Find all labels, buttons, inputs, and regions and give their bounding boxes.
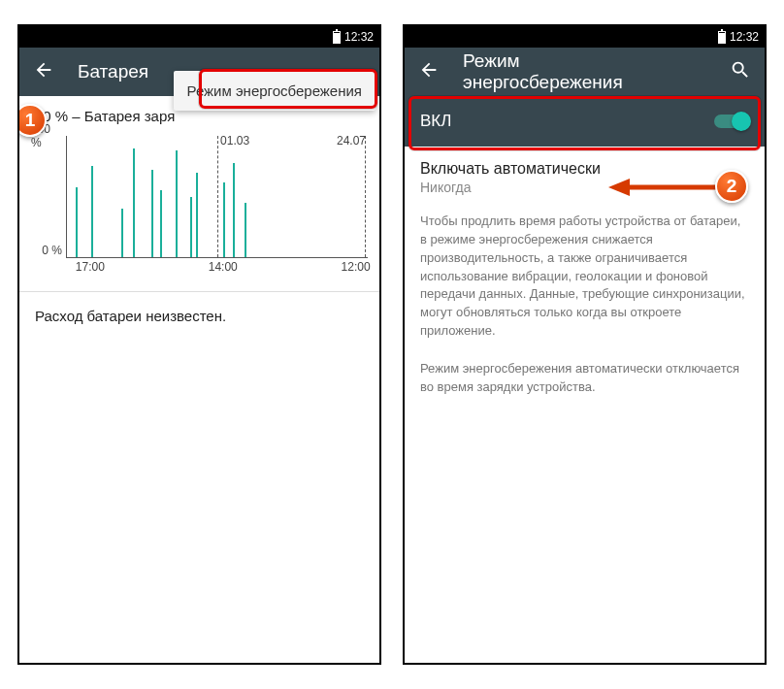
- chart-bar: [176, 150, 178, 257]
- chart-bar: [133, 148, 135, 258]
- status-time: 12:32: [730, 30, 759, 44]
- chart-bar: [190, 197, 192, 258]
- battery-saver-toggle-row[interactable]: ВКЛ: [405, 96, 765, 147]
- toggle-label: ВКЛ: [420, 112, 451, 131]
- chart-top-label-1: 01.03: [220, 134, 249, 148]
- chart-top-label-2: 24.07: [337, 134, 366, 148]
- x-label-1: 17:00: [76, 260, 105, 274]
- battery-icon: [718, 31, 726, 44]
- back-icon[interactable]: [33, 59, 54, 84]
- chart-bar: [233, 163, 235, 258]
- svg-marker-1: [608, 179, 630, 196]
- chart-bar: [245, 203, 246, 257]
- callout-badge-2: 2: [715, 170, 748, 203]
- page-title: Батарея: [78, 61, 148, 82]
- menu-battery-saver[interactable]: Режим энергосбережения: [174, 71, 376, 111]
- app-bar: Режим энергосбережения: [405, 48, 765, 96]
- chart-bar: [223, 182, 225, 258]
- menu-item-label: Режим энергосбережения: [187, 82, 362, 99]
- battery-icon: [333, 31, 341, 44]
- battery-chart: 100 % 0 % 01.03 24.07 17:00 14:00 12:00: [31, 132, 368, 278]
- chart-bar: [196, 173, 198, 258]
- y-label-bottom: 0 %: [42, 244, 62, 257]
- x-label-3: 12:00: [342, 260, 371, 274]
- phone-right: 12:32 Режим энергосбережения ВКЛ Включат…: [403, 24, 767, 665]
- chart-plot-area: 01.03 24.07: [66, 136, 368, 258]
- callout-arrow: [608, 176, 725, 199]
- description-1: Чтобы продлить время работы устройства о…: [405, 203, 765, 350]
- status-time: 12:32: [344, 30, 374, 44]
- chart-bar: [76, 187, 78, 258]
- battery-usage-unknown: Расход батареи неизвестен.: [19, 292, 379, 340]
- chart-bar: [121, 209, 123, 257]
- description-2: Режим энергосбережения автоматически отк…: [405, 350, 765, 407]
- phone-left: 12:32 Батарея Режим энергосбережения 1 9…: [17, 24, 381, 665]
- chart-bar: [91, 166, 93, 257]
- chart-bar: [160, 190, 162, 257]
- status-bar: 12:32: [19, 26, 379, 48]
- search-icon[interactable]: [730, 59, 751, 84]
- toggle-switch[interactable]: [714, 115, 749, 128]
- back-icon[interactable]: [418, 59, 440, 84]
- status-bar: 12:32: [405, 26, 765, 48]
- x-label-2: 14:00: [209, 260, 238, 274]
- page-title: Режим энергосбережения: [463, 50, 683, 93]
- chart-bar: [151, 170, 153, 257]
